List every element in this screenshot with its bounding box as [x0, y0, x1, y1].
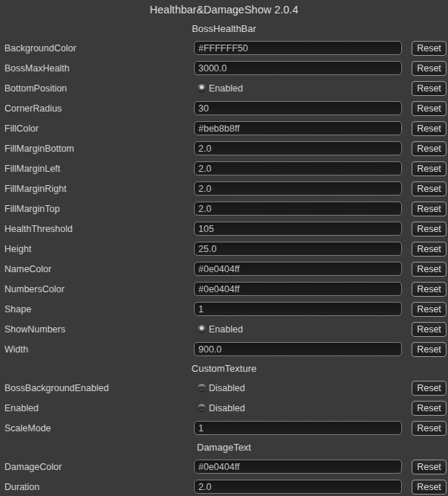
setting-label: FillColor	[4, 123, 194, 134]
reset-button[interactable]: Reset	[412, 141, 447, 156]
setting-control	[194, 460, 402, 474]
reset-button[interactable]: Reset	[412, 41, 447, 56]
setting-label: BossMaxHealth	[4, 63, 194, 74]
toggle-off-icon	[197, 383, 207, 393]
setting-label: ScaleMode	[4, 423, 194, 434]
setting-input[interactable]	[194, 222, 402, 236]
config-list: BossHealthBar BackgroundColor Reset Boss…	[0, 19, 448, 496]
config-row: BackgroundColor Reset	[0, 38, 448, 58]
config-row: HealthThreshold Reset	[0, 219, 448, 239]
reset-button[interactable]: Reset	[412, 381, 447, 396]
setting-input[interactable]	[194, 421, 402, 435]
reset-button[interactable]: Reset	[412, 222, 447, 236]
reset-button[interactable]: Reset	[412, 181, 447, 196]
setting-input[interactable]	[194, 342, 402, 356]
setting-control: Disabled	[194, 403, 402, 413]
setting-label: CornerRadius	[4, 103, 194, 114]
setting-control	[194, 242, 402, 256]
setting-control	[194, 61, 402, 75]
config-row: FillMarginBottom Reset	[0, 138, 448, 158]
setting-input[interactable]	[194, 302, 402, 316]
reset-button[interactable]: Reset	[412, 401, 447, 416]
setting-control	[194, 222, 402, 236]
reset-button[interactable]: Reset	[412, 161, 447, 176]
config-row: FillMarginLeft Reset	[0, 158, 448, 178]
setting-input[interactable]	[194, 242, 402, 256]
config-row: Width Reset	[0, 339, 448, 359]
setting-control	[194, 421, 402, 435]
setting-input[interactable]	[194, 181, 402, 196]
toggle-on-icon	[197, 324, 207, 334]
setting-control	[194, 202, 402, 216]
setting-label: Duration	[4, 482, 194, 492]
config-row: NameColor Reset	[0, 259, 448, 279]
setting-control: Enabled	[194, 324, 402, 335]
toggle-off-icon	[197, 403, 207, 413]
setting-input[interactable]	[194, 161, 402, 175]
setting-label: NumbersColor	[4, 284, 194, 294]
plugin-title: Healthbar&DamageShow 2.0.4	[0, 1, 448, 19]
setting-input[interactable]	[194, 202, 402, 216]
setting-label: Height	[4, 244, 194, 254]
setting-control	[194, 101, 402, 115]
setting-label: FillMarginTop	[4, 204, 194, 214]
config-row: Height Reset	[0, 239, 448, 259]
setting-control	[194, 302, 402, 316]
config-row: ShowNumbers Enabled Reset	[0, 319, 448, 339]
setting-control	[194, 181, 402, 196]
setting-toggle[interactable]: Disabled	[197, 383, 245, 393]
reset-button[interactable]: Reset	[412, 322, 447, 337]
setting-input[interactable]	[194, 141, 402, 155]
config-window: Healthbar&DamageShow 2.0.4 BossHealthBar…	[0, 0, 448, 496]
setting-input[interactable]	[194, 460, 402, 474]
config-row: CornerRadius Reset	[0, 98, 448, 118]
setting-control	[194, 262, 402, 276]
config-row: FillMarginTop Reset	[0, 199, 448, 219]
setting-toggle[interactable]: Enabled	[197, 83, 243, 94]
setting-input[interactable]	[194, 101, 402, 115]
setting-label: DamageColor	[4, 462, 194, 472]
reset-button[interactable]: Reset	[412, 121, 447, 136]
toggle-on-icon	[197, 83, 207, 93]
setting-control	[194, 141, 402, 155]
toggle-state-label: Enabled	[209, 324, 243, 335]
reset-button[interactable]: Reset	[412, 101, 447, 116]
config-row: FillColor Reset	[0, 118, 448, 138]
section-header-bosshealthbar: BossHealthBar	[0, 19, 448, 38]
config-row: Duration Reset	[0, 477, 448, 496]
config-row: ScaleMode Reset	[0, 418, 448, 438]
setting-toggle[interactable]: Enabled	[197, 324, 243, 335]
setting-label: BackgroundColor	[4, 43, 194, 54]
reset-button[interactable]: Reset	[412, 302, 447, 317]
setting-label: Width	[4, 344, 194, 355]
setting-label: NameColor	[4, 264, 194, 274]
reset-button[interactable]: Reset	[412, 61, 447, 76]
reset-button[interactable]: Reset	[412, 242, 447, 257]
setting-label: FillMarginRight	[4, 184, 194, 194]
section-header-damagetext: DamageText	[0, 438, 448, 457]
reset-button[interactable]: Reset	[412, 262, 447, 277]
setting-label: Enabled	[4, 403, 194, 413]
setting-label: Shape	[4, 304, 194, 315]
setting-toggle[interactable]: Disabled	[197, 403, 245, 413]
setting-input[interactable]	[194, 262, 402, 276]
reset-button[interactable]: Reset	[412, 460, 447, 474]
section-header-customtexture: CustomTexture	[0, 359, 448, 378]
config-row: BottomPosition Enabled Reset	[0, 78, 448, 98]
setting-input[interactable]	[194, 282, 402, 296]
config-row: BossBackgroundEnabled Disabled Reset	[0, 378, 448, 398]
setting-label: BossBackgroundEnabled	[4, 383, 194, 393]
setting-control: Disabled	[194, 383, 402, 393]
setting-control	[194, 41, 402, 55]
reset-button[interactable]: Reset	[412, 282, 447, 297]
config-row: FillMarginRight Reset	[0, 178, 448, 199]
setting-input[interactable]	[194, 121, 402, 135]
reset-button[interactable]: Reset	[412, 421, 447, 436]
setting-input[interactable]	[194, 41, 402, 55]
reset-button[interactable]: Reset	[412, 81, 447, 96]
setting-input[interactable]	[194, 480, 402, 494]
reset-button[interactable]: Reset	[412, 202, 447, 216]
setting-input[interactable]	[194, 61, 402, 75]
reset-button[interactable]: Reset	[412, 342, 447, 357]
reset-button[interactable]: Reset	[412, 480, 447, 495]
